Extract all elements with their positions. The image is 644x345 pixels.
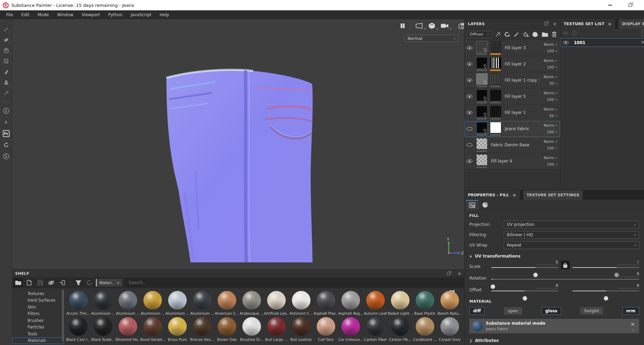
shelf-close-icon[interactable]: × bbox=[458, 271, 461, 276]
layer-thumbnail[interactable] bbox=[490, 41, 501, 52]
projection-tool-icon[interactable]: ∨ bbox=[2, 47, 11, 54]
layer-thumbnail[interactable] bbox=[476, 154, 488, 166]
attributes-section[interactable]: ❯ Attributes bbox=[469, 338, 639, 343]
eraser-tool-icon[interactable]: ∨ bbox=[2, 36, 11, 44]
clone-tool-icon[interactable]: ∨ bbox=[2, 79, 11, 86]
menu-window[interactable]: Window bbox=[53, 10, 77, 19]
substance-source-icon[interactable]: S bbox=[2, 107, 10, 115]
minimize-button[interactable] bbox=[602, 0, 618, 10]
delete-layer-icon[interactable] bbox=[551, 31, 557, 38]
material-item[interactable]: Asphalt Reg... bbox=[338, 291, 363, 317]
shelf-category-textures[interactable]: Textures bbox=[12, 290, 64, 297]
material-item[interactable]: Arabesque ... bbox=[239, 291, 264, 317]
layer-blend-mode[interactable]: Norm ∨ bbox=[544, 139, 557, 144]
channel-spec-button[interactable]: spec bbox=[504, 307, 522, 315]
tab-close-icon[interactable]: × bbox=[512, 193, 516, 197]
material-item[interactable]: Artificial Lea... bbox=[264, 291, 289, 317]
projection-dropdown[interactable]: UV projection∨ bbox=[504, 221, 639, 228]
material-picker-tool-icon[interactable] bbox=[2, 90, 11, 97]
layer-thumbnail[interactable] bbox=[476, 138, 488, 149]
layer-thumbnail[interactable] bbox=[490, 73, 501, 85]
material-item[interactable]: Acrylic Thic... bbox=[66, 291, 91, 317]
save-icon[interactable] bbox=[36, 278, 45, 287]
filter-icon[interactable] bbox=[74, 278, 83, 287]
layer-opacity[interactable]: 100 ∨ bbox=[547, 146, 557, 150]
shelf-category-materials[interactable]: Materials bbox=[12, 337, 64, 344]
material-item[interactable]: Aluminium ... bbox=[91, 291, 116, 317]
polygon-fill-tool-icon[interactable] bbox=[2, 58, 11, 65]
material-item[interactable]: American C... bbox=[215, 291, 239, 317]
material-item[interactable]: Bull Large ... bbox=[264, 317, 289, 343]
restore-button[interactable] bbox=[622, 0, 638, 10]
material-item[interactable]: Aluminium ... bbox=[165, 291, 190, 317]
uv-wrap-dropdown[interactable]: Repeat∨ bbox=[504, 241, 639, 249]
material-item[interactable]: Bond Variati... bbox=[140, 317, 165, 343]
texture-set-settings-button[interactable]: Settings∨ bbox=[641, 30, 644, 36]
material-item[interactable]: Beech Natu... bbox=[437, 291, 462, 317]
material-item[interactable]: Base Plastic bbox=[413, 291, 437, 317]
screenshot-button[interactable] bbox=[459, 23, 464, 29]
layer-row[interactable]: Jeans Fabric Norm ∨ 100 ∨ bbox=[465, 121, 560, 137]
menu-edit[interactable]: Edit bbox=[17, 10, 33, 19]
material-mode-button[interactable]: ∨ bbox=[428, 22, 436, 29]
material-clear-icon[interactable]: × bbox=[631, 321, 635, 327]
material-item[interactable]: Black Cast I... bbox=[66, 317, 91, 343]
add-paint-layer-icon[interactable] bbox=[513, 31, 520, 38]
layer-thumbnail[interactable] bbox=[490, 106, 501, 117]
uv-transformations-header[interactable]: ∨ UV transformations bbox=[469, 254, 639, 259]
folder-icon[interactable] bbox=[14, 278, 23, 287]
material-item[interactable]: Ashmont C... bbox=[289, 291, 314, 317]
layer-opacity[interactable]: 100 ∨ bbox=[547, 97, 557, 102]
layer-thumbnail[interactable] bbox=[476, 41, 488, 52]
texture-set-uv-tile-icon[interactable]: 1 bbox=[572, 30, 578, 36]
material-mode-card[interactable]: Substance material mode Jeans Fabric × ∨ bbox=[469, 319, 639, 333]
layer-thumbnail[interactable] bbox=[476, 90, 488, 101]
layer-row[interactable]: Fill layer 2 Norm ∨ 100 ∨ bbox=[465, 56, 560, 72]
properties-view-icon[interactable] bbox=[466, 200, 478, 210]
channel-height-button[interactable]: height bbox=[580, 307, 603, 315]
material-item[interactable]: Brass Pure bbox=[165, 317, 190, 343]
pause-engine-button[interactable] bbox=[400, 23, 405, 29]
layers-popout-icon[interactable] bbox=[544, 22, 547, 25]
add-effect-icon[interactable] bbox=[495, 31, 501, 38]
material-item[interactable]: Bronze Hex... bbox=[190, 317, 215, 343]
viewport-blend-mode-dropdown[interactable]: Normal∨ bbox=[405, 35, 458, 42]
layer-visibility-toggle[interactable] bbox=[467, 159, 472, 163]
tab-display-settings[interactable]: DISPLAY SETTINGS bbox=[619, 19, 644, 29]
material-expand-icon[interactable]: ∨ bbox=[632, 328, 634, 332]
material-item[interactable]: Cardboard ... bbox=[413, 317, 437, 343]
material-item[interactable]: Aluminium ... bbox=[190, 291, 215, 317]
layer-visibility-toggle[interactable] bbox=[467, 143, 472, 147]
rotation-slider[interactable]: 0 bbox=[491, 272, 639, 282]
material-item[interactable]: Autumn Leaf bbox=[363, 291, 388, 317]
material-item[interactable]: Black Rubb... bbox=[91, 317, 116, 343]
material-item[interactable]: Bull Leather bbox=[289, 317, 314, 343]
material-item[interactable]: Brown Oak bbox=[215, 317, 239, 343]
add-adjustment-icon[interactable] bbox=[504, 31, 510, 38]
layer-thumbnail[interactable] bbox=[476, 122, 488, 133]
add-group-icon[interactable] bbox=[542, 31, 548, 38]
layer-visibility-toggle[interactable] bbox=[467, 62, 472, 66]
menu-javascript[interactable]: JavaScript bbox=[127, 10, 155, 19]
display-mode-button[interactable]: ∨ bbox=[415, 23, 423, 29]
scale-slider-1[interactable]: 5 bbox=[491, 260, 558, 270]
tab-close-icon[interactable]: × bbox=[608, 22, 612, 26]
layer-blend-mode[interactable]: Norm ∨ bbox=[544, 123, 557, 128]
layer-row[interactable]: Fill layer 3 Norm ∨ 100 ∨ bbox=[465, 40, 560, 56]
tab-texture-set-settings[interactable]: TEXTURE SET SETTINGS bbox=[523, 190, 583, 200]
layer-visibility-toggle[interactable] bbox=[467, 79, 472, 82]
offset-slider-1[interactable]: 0 bbox=[491, 283, 558, 294]
filtering-dropdown[interactable]: Bilinear | HQ∨ bbox=[504, 231, 639, 239]
texture-set-row[interactable]: 1001 Main shader bbox=[560, 38, 644, 47]
add-smart-material-icon[interactable] bbox=[532, 31, 538, 38]
material-item[interactable]: Car Iridesce... bbox=[338, 317, 363, 343]
layer-thumbnail[interactable] bbox=[490, 122, 501, 133]
add-fill-layer-icon[interactable] bbox=[523, 31, 529, 38]
layer-row[interactable]: Fill layer 4 Norm ∨ 100 ∨ bbox=[465, 153, 560, 169]
layer-thumbnail[interactable] bbox=[476, 73, 488, 85]
channel-diff-button[interactable]: diff bbox=[469, 307, 484, 315]
layer-opacity[interactable]: 100 ∨ bbox=[547, 162, 557, 167]
material-item[interactable]: Asphalt Plas... bbox=[314, 291, 338, 317]
layer-row[interactable]: Fill layer 5 Norm ∨ 100 ∨ bbox=[465, 88, 560, 105]
shelf-category-particles[interactable]: Particles bbox=[12, 324, 64, 331]
